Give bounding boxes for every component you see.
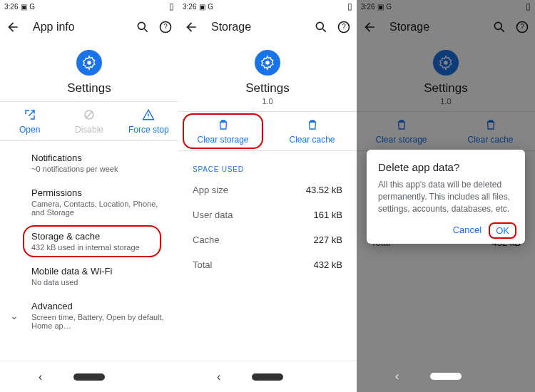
gesture-nav[interactable]: ‹ [0,361,178,392]
open-action[interactable]: Open [0,102,59,140]
signal-icon: ▯ [169,1,174,11]
screen-app-info: 3:26▣ G ▯ App info ? Settings Open Disab… [0,0,178,392]
list-item[interactable]: Permissions Camera, Contacts, Location, … [0,180,178,224]
item-title: Storage & cache [31,231,167,242]
status-time: 3:26 [183,3,196,11]
action-row: Open Disable Force stop [0,101,178,141]
status-icons: ▣ G [199,3,213,11]
app-header: Settings [0,41,178,101]
svg-point-9 [316,22,323,29]
list-item[interactable]: Mobile data & Wi-Fi No data used [0,259,178,294]
svg-point-8 [148,118,150,119]
app-name: Settings [67,81,111,96]
svg-line-1 [145,29,148,32]
screen-storage: 3:26▣ G ▯ Storage ? Settings 1.0 Clear s… [178,0,357,392]
row-user-data: User data161 kB [178,202,357,227]
svg-point-4 [87,61,91,65]
dialog-title: Delete app data? [378,161,514,173]
app-bar: Storage ? [178,13,357,41]
item-title: Advanced [31,301,167,311]
help-icon[interactable]: ? [337,20,351,34]
warning-icon [141,108,156,122]
svg-line-6 [86,112,92,118]
status-icons: ▣ G [21,3,35,11]
disable-label: Disable [75,125,103,135]
svg-text:?: ? [163,23,168,31]
nav-back-icon[interactable]: ‹ [39,371,42,383]
row-total: Total432 kB [178,252,357,277]
item-sub: ~0 notifications per week [31,165,167,173]
section-header: SPACE USED [178,155,357,177]
row-app-size: App size43.52 kB [178,177,357,202]
space-used-list: SPACE USED App size43.52 kB User data161… [178,151,357,392]
status-bar: 3:26▣ G ▯ [0,0,178,13]
item-title: Permissions [31,187,167,198]
action-row: Clear storage Clear cache [178,111,357,151]
clear-cache-label: Clear cache [289,135,335,145]
force-stop-label: Force stop [128,125,169,135]
help-icon[interactable]: ? [158,20,173,34]
disable-action: Disable [59,102,118,140]
svg-point-13 [265,61,270,65]
ok-button[interactable]: OK [491,225,514,237]
nav-pill[interactable] [73,373,105,381]
item-title: Mobile data & Wi-Fi [31,266,167,277]
nav-back-icon[interactable]: ‹ [217,371,220,383]
force-stop-action[interactable]: Force stop [119,102,178,140]
clear-cache-action[interactable]: Clear cache [268,112,357,150]
back-icon[interactable] [184,20,198,34]
cancel-button[interactable]: Cancel [453,225,482,237]
nav-pill[interactable] [252,373,283,381]
svg-text:?: ? [342,23,346,31]
item-sub: 432 kB used in internal storage [31,243,167,252]
list-item[interactable]: Notifications ~0 notifications per week [0,145,178,180]
dialog-message: All this app's data will be deleted perm… [378,179,514,215]
trash-icon [305,118,320,132]
search-icon[interactable] [136,20,150,34]
screen-storage-dialog: 3:26▣ G ▯ Storage ? Settings 1.0 Clear s… [357,0,535,392]
status-bar: 3:26▣ G ▯ [178,0,357,13]
storage-cache-item[interactable]: Storage & cache 432 kB used in internal … [0,224,178,259]
clear-storage-action[interactable]: Clear storage [178,112,268,150]
nav-back-icon[interactable]: ‹ [395,370,399,383]
nav-pill[interactable] [430,373,462,380]
svg-line-10 [323,29,326,32]
page-title: App info [33,21,136,33]
status-time: 3:26 [4,3,18,11]
delete-app-data-dialog: Delete app data? All this app's data wil… [367,150,525,244]
gear-icon [76,50,102,76]
open-label: Open [19,125,40,135]
item-sub: Screen time, Battery, Open by default, H… [31,313,167,330]
app-version: 1.0 [262,97,272,105]
svg-point-0 [138,22,145,29]
item-sub: No data used [31,278,167,287]
app-name: Settings [245,81,289,96]
disable-icon [82,108,96,122]
row-cache: Cache227 kB [178,227,357,252]
app-header: Settings 1.0 [178,41,357,111]
back-icon[interactable] [6,20,20,34]
clear-storage-label: Clear storage [197,135,248,145]
gesture-nav[interactable]: ‹ [357,361,535,392]
app-bar: App info ? [0,13,178,41]
gear-icon [255,50,280,76]
item-title: Notifications [31,153,167,163]
open-icon [23,108,37,122]
chevron-down-icon: ⌄ [10,310,19,321]
signal-icon: ▯ [347,1,352,11]
gesture-nav[interactable]: ‹ [178,361,357,392]
trash-icon [216,118,230,132]
item-sub: Camera, Contacts, Location, Phone, and S… [31,200,167,217]
advanced-item[interactable]: ⌄ Advanced Screen time, Battery, Open by… [0,294,178,337]
page-title: Storage [211,21,314,33]
search-icon[interactable] [314,20,328,34]
settings-list: Notifications ~0 notifications per week … [0,141,178,392]
